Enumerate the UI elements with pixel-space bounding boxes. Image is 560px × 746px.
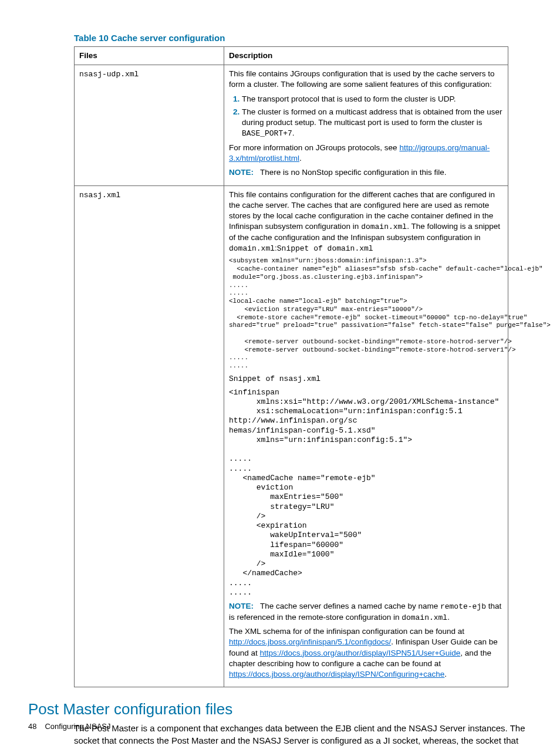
file-name: nsasj.xml (79, 191, 120, 200)
row0-li2: The cluster is formed on a multicast add… (242, 107, 503, 139)
row0-intro: This file contains JGroups configuration… (229, 69, 503, 90)
row1-intro: This file contains configuration for the… (229, 190, 503, 254)
snippet2-label: Snippet of nsasj.xml (229, 374, 503, 384)
infinispan-configcache-link[interactable]: https://docs.jboss.org/author/display/IS… (229, 670, 444, 679)
table-row: nsasj.xml This file contains configurati… (75, 185, 508, 687)
infinispan-userguide-link[interactable]: https://docs.jboss.org/author/display/IS… (260, 649, 461, 657)
code-snippet-domain: <subsystem xmlns="urn:jboss:domain:infin… (229, 257, 503, 370)
row0-li1: The transport protocol that is used to f… (242, 94, 503, 104)
row0-more: For more information on JGroups protocol… (229, 143, 503, 164)
col-header-files: Files (75, 47, 224, 65)
table-title: Table 10 Cache server configuration (74, 33, 525, 43)
file-name: nsasj-udp.xml (79, 70, 139, 79)
infinispan-configdocs-link[interactable]: http://docs.jboss.org/infinispan/5.1/con… (229, 637, 391, 646)
col-header-description: Description (224, 47, 508, 65)
footer-title: Configuring NSASJ (45, 722, 110, 731)
code-snippet-nsasj: <infinispan xmlns:xsi="http://www.w3.org… (229, 388, 503, 598)
table-row: nsasj-udp.xml This file contains JGroups… (75, 65, 508, 185)
page-number: 48 (28, 722, 36, 731)
section-heading: Post Master configuration files (28, 700, 525, 718)
page-footer: 48Configuring NSASJ (28, 722, 110, 731)
row1-note: NOTE: The cache server defines a named c… (229, 601, 503, 623)
row0-note: NOTE: There is no NonStop specific confi… (229, 167, 503, 178)
row1-schema: The XML schema for of the infinispan con… (229, 626, 503, 680)
config-table: Files Description nsasj-udp.xml This fil… (74, 46, 508, 687)
section-para: The Post Master is a component that exch… (74, 722, 526, 746)
